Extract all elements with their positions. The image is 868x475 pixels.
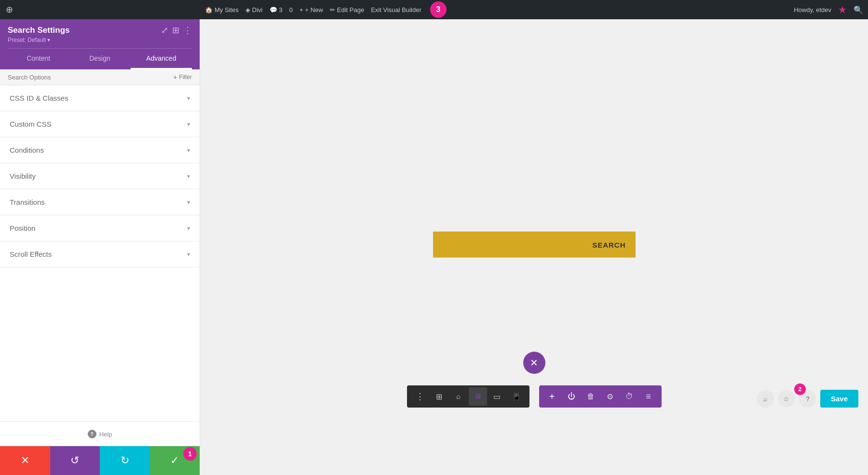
menu-button[interactable]: ≡: [639, 387, 658, 406]
divi-link[interactable]: ◈ Divi: [245, 6, 263, 13]
notifications-link[interactable]: 0: [289, 6, 293, 13]
sidebar-header: Search Settings ⤢ ⊞ ⋮ Preset: Default ▾ …: [0, 19, 200, 69]
canvas-toolbars: ⋮ ⊞ ⌕ 🖥 ▭ 📱 + ⏻ 🗑 ⚙ ⏱ ≡: [407, 385, 662, 408]
help-button[interactable]: ? Help: [88, 430, 112, 438]
accordion-css-id-classes: CSS ID & Classes ▾: [0, 85, 200, 111]
preset-selector[interactable]: Preset: Default ▾: [8, 37, 192, 43]
search-options-label: Search Options: [8, 74, 51, 81]
wp-logo-icon[interactable]: ⊕: [6, 4, 13, 15]
chevron-down-icon: ▾: [187, 251, 190, 258]
help-area: 2 ?: [799, 390, 816, 408]
search-bottom-icon[interactable]: ⌕: [757, 390, 774, 408]
chevron-down-icon: ▾: [187, 173, 190, 180]
tab-advanced[interactable]: Advanced: [131, 49, 192, 69]
delete-button[interactable]: 🗑: [582, 387, 600, 406]
search-options-bar: Search Options + Filter: [0, 69, 200, 85]
chevron-down-icon: ▾: [187, 121, 190, 128]
search-topbar-icon[interactable]: 🔍: [854, 5, 863, 14]
accordion-transitions-header[interactable]: Transitions ▾: [0, 189, 200, 215]
close-element-button[interactable]: ✕: [523, 352, 545, 374]
divi-icon: ◈: [245, 6, 250, 13]
preset-chevron-icon: ▾: [47, 37, 50, 43]
my-sites-link[interactable]: 🏠 My Sites: [205, 6, 239, 13]
power-button[interactable]: ⏻: [562, 387, 581, 406]
help-icon: ?: [88, 430, 96, 438]
comments-icon: 💬: [270, 6, 277, 13]
exit-builder-button[interactable]: Exit Visual Builder: [371, 6, 421, 13]
search-widget[interactable]: SEARCH: [433, 232, 636, 258]
sidebar-title: Search Settings: [8, 26, 70, 35]
search-view-button[interactable]: ⌕: [449, 387, 468, 406]
wireframe-view-button[interactable]: ⊞: [430, 387, 448, 406]
sidebar-tabs: Content Design Advanced: [8, 48, 192, 69]
bottom-action-bar: ✕ ↺ ↻ ✓ 1: [0, 446, 200, 475]
accordion-scroll-effects-header[interactable]: Scroll Effects ▾: [0, 241, 200, 267]
user-greeting: Howdy, etdev: [794, 6, 831, 13]
cancel-button[interactable]: ✕: [0, 446, 50, 475]
accordion-position-header[interactable]: Position ▾: [0, 215, 200, 241]
accordion-transitions: Transitions ▾: [0, 189, 200, 215]
comments-link[interactable]: 💬 3: [270, 6, 283, 13]
settings-button[interactable]: ⚙: [601, 387, 619, 406]
undo-button[interactable]: ↺: [50, 446, 100, 475]
redo-button[interactable]: ↻: [100, 446, 150, 475]
portability-icon[interactable]: ☆: [778, 390, 795, 408]
tab-content[interactable]: Content: [8, 49, 69, 69]
filter-plus-icon: +: [173, 73, 177, 81]
accordion-visibility: Visibility ▾: [0, 163, 200, 189]
save-button[interactable]: Save: [820, 390, 858, 408]
chevron-down-icon: ▾: [187, 225, 190, 232]
notification-badge-3[interactable]: 3: [430, 1, 447, 18]
accordion-conditions: Conditions ▾: [0, 137, 200, 163]
accordion-custom-css-header[interactable]: Custom CSS ▾: [0, 111, 200, 137]
chevron-down-icon: ▾: [187, 95, 190, 102]
accordion-css-id-classes-header[interactable]: CSS ID & Classes ▾: [0, 85, 200, 111]
resize-icon[interactable]: ⤢: [161, 25, 168, 36]
sidebar-help: ? Help: [0, 421, 200, 447]
more-view-options-button[interactable]: ⋮: [411, 387, 429, 406]
plus-icon: +: [299, 6, 303, 13]
accordion-conditions-header[interactable]: Conditions ▾: [0, 137, 200, 163]
accordion-scroll-effects: Scroll Effects ▾: [0, 241, 200, 267]
mobile-view-button[interactable]: 📱: [507, 387, 526, 406]
bottom-right-controls: ⌕ ☆ 2 ? Save: [757, 390, 858, 408]
sidebar: Search Settings ⤢ ⊞ ⋮ Preset: Default ▾ …: [0, 19, 200, 475]
pencil-icon: ✏: [330, 6, 335, 13]
top-bar: 🏠 My Sites ◈ Divi 💬 3 0 + + New ✏ Edit P…: [200, 0, 868, 19]
badge-1: 1: [183, 447, 197, 461]
new-button[interactable]: + + New: [299, 6, 323, 13]
accordion-list: CSS ID & Classes ▾ Custom CSS ▾ Conditio…: [0, 85, 200, 421]
badge-2: 2: [794, 383, 806, 395]
tablet-view-button[interactable]: ▭: [488, 387, 506, 406]
view-toolbar: ⋮ ⊞ ⌕ 🖥 ▭ 📱: [407, 385, 529, 408]
more-options-icon[interactable]: ⋮: [183, 25, 192, 36]
add-element-button[interactable]: +: [543, 387, 561, 406]
accordion-position: Position ▾: [0, 215, 200, 241]
canvas-area: SEARCH ✕ ⋮ ⊞ ⌕ 🖥 ▭ 📱 + ⏻ 🗑 ⚙ ⏱: [200, 19, 868, 475]
sites-icon: 🏠: [205, 6, 213, 13]
chevron-down-icon: ▾: [187, 199, 190, 206]
edit-page-button[interactable]: ✏ Edit Page: [330, 6, 364, 13]
accordion-custom-css: Custom CSS ▾: [0, 111, 200, 137]
element-toolbar: + ⏻ 🗑 ⚙ ⏱ ≡: [539, 385, 662, 408]
chevron-down-icon: ▾: [187, 147, 190, 154]
avatar-icon[interactable]: ★: [838, 4, 847, 15]
grid-icon[interactable]: ⊞: [172, 25, 179, 36]
accordion-visibility-header[interactable]: Visibility ▾: [0, 163, 200, 189]
desktop-view-button[interactable]: 🖥: [469, 387, 487, 406]
filter-button[interactable]: + Filter: [173, 73, 192, 81]
tab-design[interactable]: Design: [69, 49, 130, 69]
history-button[interactable]: ⏱: [620, 387, 638, 406]
